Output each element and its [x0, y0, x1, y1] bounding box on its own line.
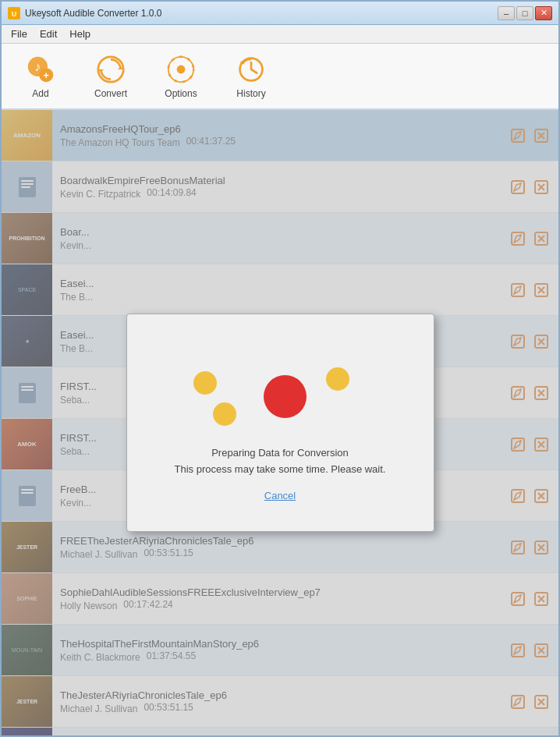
dot-large-red [264, 375, 307, 418]
add-label: Add [32, 88, 48, 99]
options-icon [165, 54, 197, 85]
convert-label: Convert [94, 88, 127, 99]
app-icon: U [8, 7, 20, 19]
svg-text:♪: ♪ [34, 58, 41, 73]
loading-animation [143, 344, 418, 438]
progress-dialog: Preparing Data for Conversion This proce… [126, 314, 434, 532]
minimize-button[interactable]: – [498, 6, 515, 20]
add-icon: ♪ + [25, 54, 56, 85]
window-controls: – □ ✕ [498, 6, 552, 20]
menu-bar: File Edit Help [2, 25, 558, 44]
options-label: Options [165, 88, 197, 99]
modal-overlay: Preparing Data for Conversion This proce… [2, 110, 558, 735]
dot-small-right [326, 367, 349, 391]
modal-cancel-button[interactable]: Cancel [264, 490, 296, 501]
history-label: History [236, 88, 265, 99]
svg-text:+: + [44, 69, 49, 80]
dot-small-left [213, 402, 236, 426]
dot-small-bottom [193, 371, 217, 395]
title-bar: U Ukeysoft Audible Converter 1.0.0 – □ ✕ [2, 2, 558, 25]
main-window: U Ukeysoft Audible Converter 1.0.0 – □ ✕… [0, 0, 560, 737]
svg-point-10 [177, 65, 186, 73]
add-button[interactable]: ♪ + Add [9, 47, 72, 105]
content-area: AMAZON AmazonsFreeHQTour_ep6 The Amazon … [2, 110, 558, 735]
options-button[interactable]: Options [150, 47, 212, 105]
menu-help[interactable]: Help [63, 27, 97, 41]
modal-message: Preparing Data for Conversion This proce… [175, 445, 386, 478]
maximize-button[interactable]: □ [516, 6, 533, 20]
menu-file[interactable]: File [5, 27, 34, 41]
history-icon [236, 54, 267, 85]
convert-icon [95, 54, 126, 85]
close-button[interactable]: ✕ [535, 6, 552, 20]
window-title: Ukeysoft Audible Converter 1.0.0 [25, 8, 161, 19]
convert-button[interactable]: Convert [80, 47, 142, 105]
menu-edit[interactable]: Edit [34, 27, 63, 41]
title-bar-left: U Ukeysoft Audible Converter 1.0.0 [8, 7, 161, 19]
history-button[interactable]: History [220, 47, 282, 105]
svg-text:U: U [12, 10, 17, 18]
toolbar: ♪ + Add Convert [2, 44, 558, 110]
